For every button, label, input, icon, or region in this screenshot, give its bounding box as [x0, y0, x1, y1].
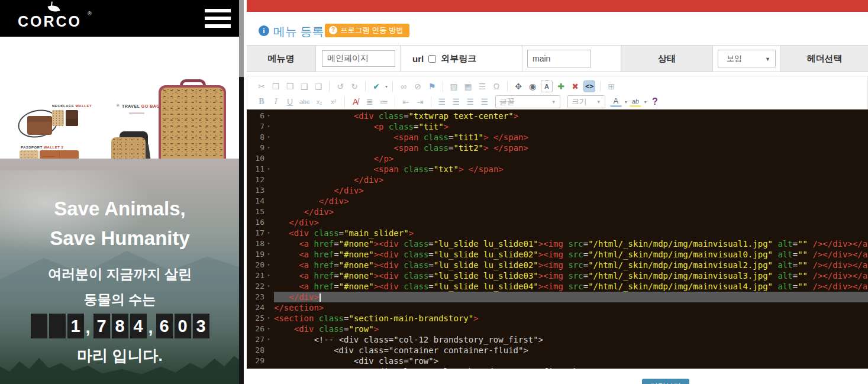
preview-scrollbar-track[interactable] [239, 0, 244, 384]
special-char-icon[interactable]: Ω [491, 80, 502, 92]
bold-icon[interactable]: B [256, 96, 267, 108]
code-line[interactable]: 11▾ <span class="txt"> </span> [247, 164, 868, 175]
fold-arrow-icon[interactable]: ▾ [264, 164, 273, 175]
unlink-icon[interactable]: ⊘ [412, 80, 424, 92]
indent-icon[interactable]: ⇥ [414, 96, 426, 108]
font-dropdown[interactable]: 글꼴▼ [495, 95, 560, 108]
code-line[interactable]: 25▾<section class="section-main-brandsto… [247, 313, 868, 324]
outdent-icon[interactable]: ⇤ [400, 96, 412, 108]
bulleted-list-icon[interactable]: ≔ [378, 96, 390, 108]
italic-icon[interactable]: I [270, 96, 282, 108]
underline-icon[interactable]: U [284, 96, 296, 108]
align-left-icon[interactable]: ☰ [436, 96, 448, 108]
code-line[interactable]: 22▾ <a href="#none"><div class="lu_slide… [247, 281, 868, 292]
code-line[interactable]: 23 </div> [247, 292, 868, 302]
external-link-checkbox[interactable] [428, 55, 436, 63]
fold-arrow-icon[interactable]: ▾ [264, 313, 273, 324]
source-button[interactable]: <> [583, 80, 595, 92]
select-all-icon[interactable]: A [541, 80, 553, 92]
program-link-help-button[interactable]: ?프로그램 연동 방법 [325, 24, 409, 37]
fold-arrow-icon[interactable]: ▾ [264, 228, 273, 238]
status-select-value: 보임 [727, 53, 742, 64]
table-icon[interactable]: ▦ [462, 80, 474, 92]
status-select[interactable]: 보임 ▼ [718, 50, 776, 67]
add-comment-icon[interactable]: ✚ [555, 80, 567, 92]
code-line[interactable]: 12 </div> [247, 175, 868, 185]
fold-arrow-icon[interactable]: ▾ [264, 143, 273, 153]
fold-arrow-icon[interactable]: ▾ [264, 334, 273, 345]
remove-comment-icon[interactable]: ✖ [569, 80, 581, 92]
line-gutter: 10 [247, 153, 274, 164]
product-slider[interactable]: NECKLACE WALLET PASSPORT WALLET 2 ✳ TRAV… [0, 37, 244, 159]
size-dropdown[interactable]: 크기▼ [567, 95, 605, 108]
fold-arrow-icon[interactable]: ▾ [264, 121, 273, 132]
fold-arrow-icon[interactable]: ▾ [264, 249, 273, 260]
image-icon[interactable]: ▨ [448, 80, 460, 92]
line-number: 26 [247, 324, 264, 334]
code-line[interactable]: 18▾ <a href="#none"><div class="lu_slide… [247, 238, 868, 249]
code-line[interactable]: 13 </div> [247, 185, 868, 196]
strikethrough-icon[interactable]: abc [298, 96, 311, 108]
code-line[interactable]: 8▾ <span class="tit1"> </span> [247, 132, 868, 143]
help-icon[interactable]: ? [649, 96, 661, 108]
hamburger-menu-icon[interactable] [205, 9, 231, 28]
line-gutter: 14 [247, 196, 274, 206]
code-line[interactable]: 15 </div> [247, 206, 868, 217]
fold-arrow-icon[interactable]: ▾ [264, 132, 273, 143]
code-line[interactable]: 7▾ <p class="tit"> [247, 121, 868, 132]
maximize-icon[interactable]: ✥ [512, 80, 524, 92]
align-right-icon[interactable]: ☰ [464, 96, 476, 108]
remove-format-icon[interactable]: A̸ [350, 96, 362, 108]
code-line[interactable]: 10 </p> [247, 153, 868, 164]
undo-icon[interactable]: ↺ [334, 80, 346, 92]
fold-arrow-icon[interactable]: ▾ [264, 281, 273, 292]
code-line[interactable]: 16 </div> [247, 217, 868, 228]
spellcheck-icon[interactable]: ✔ [370, 80, 382, 92]
fold-arrow-icon[interactable]: ▾ [264, 111, 273, 121]
code-line[interactable]: 19▾ <a href="#none"><div class="lu_slide… [247, 249, 868, 260]
preview-save-button[interactable]: 미리보기 [642, 379, 689, 384]
fold-arrow-icon[interactable]: ▾ [264, 238, 273, 249]
code-line[interactable]: 24</section> [247, 302, 868, 313]
code-line[interactable]: 27▾ <!-- <div class="col-12 brandstory_r… [247, 334, 868, 345]
code-line[interactable]: 21▾ <a href="#none"><div class="lu_slide… [247, 270, 868, 281]
paste-icon[interactable]: ❒ [284, 80, 296, 92]
toolbar-separator [395, 96, 395, 107]
subscript-icon[interactable]: x₂ [314, 96, 325, 108]
hr-icon[interactable]: ☰ [476, 80, 488, 92]
align-justify-icon[interactable]: ☰ [479, 96, 491, 108]
copy-icon[interactable]: ❐ [270, 80, 282, 92]
find-icon[interactable]: ◉ [527, 80, 538, 92]
align-center-icon[interactable]: ☰ [450, 96, 462, 108]
status-label-cell: 상태 [621, 46, 713, 72]
line-number: 23 [247, 292, 264, 302]
fold-arrow-icon[interactable]: ▾ [264, 260, 273, 270]
paste-word-icon[interactable]: ❏ [312, 80, 324, 92]
fold-arrow-icon[interactable]: ▾ [264, 270, 273, 281]
code-line[interactable]: 28 <div class="container container-fluid… [247, 345, 868, 356]
anchor-flag-icon[interactable]: ⚑ [426, 80, 438, 92]
redo-icon[interactable]: ↻ [349, 80, 360, 92]
highlight-color-icon[interactable]: ab [630, 97, 641, 107]
code-line[interactable]: 20▾ <a href="#none"><div class="lu_slide… [247, 260, 868, 270]
code-line[interactable]: 17▾ <div class="main_slider"> [247, 228, 868, 238]
code-line[interactable]: 26▾ <div class="row"> [247, 324, 868, 334]
code-line[interactable]: 14 </div> [247, 196, 868, 206]
source-code-editor[interactable]: 6▾ <div class="txtwrap text-center">7▾ <… [247, 109, 868, 369]
fold-arrow-icon[interactable]: ▾ [264, 324, 273, 334]
numbered-list-icon[interactable]: ≣ [364, 96, 376, 108]
code-line[interactable]: 6▾ <div class="txtwrap text-center"> [247, 111, 868, 121]
superscript-icon[interactable]: x² [328, 96, 340, 108]
print-icon[interactable]: ⊞ [605, 80, 617, 92]
link-icon[interactable]: ∞ [398, 80, 409, 92]
code-text: </div> [274, 185, 868, 196]
code-line[interactable]: 9▾ <span class="tit2"> </span> [247, 143, 868, 153]
brand-logo[interactable]: CORCO ® [18, 4, 95, 34]
code-line[interactable]: 29 <div class="row"> [247, 356, 868, 366]
paste-text-icon[interactable]: ❑ [298, 80, 310, 92]
url-input[interactable] [527, 50, 591, 67]
text-color-icon[interactable]: A [610, 97, 622, 107]
cut-icon[interactable]: ✂ [256, 80, 267, 92]
preview-scrollbar-thumb[interactable] [239, 0, 244, 77]
menu-name-input[interactable] [322, 50, 395, 67]
